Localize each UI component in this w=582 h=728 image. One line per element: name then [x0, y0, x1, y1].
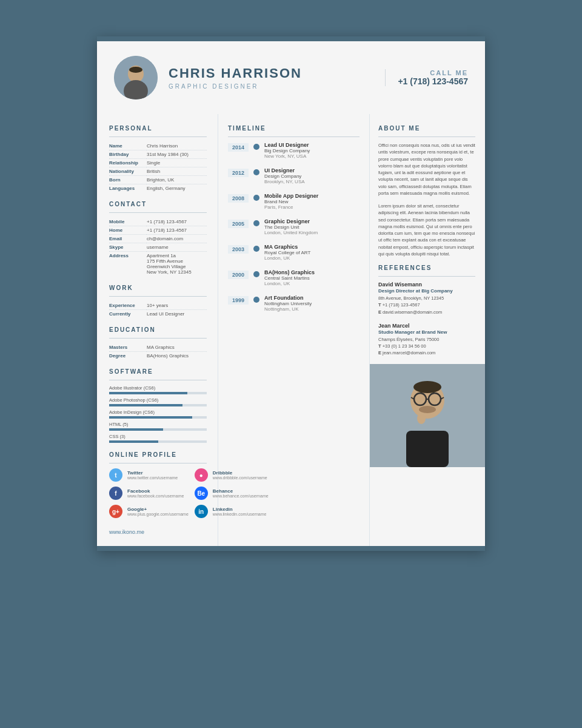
header-contact: CALL ME +1 (718) 123-4567 [385, 69, 468, 86]
software-item: CSS (3) [109, 434, 207, 443]
timeline-item: 2003 MA Graphics Royal College of ART Lo… [228, 244, 360, 261]
timeline-dot [253, 246, 259, 252]
references-list: David Wisemann Design Director at Big Co… [378, 281, 475, 357]
name-block: CHRIS HARRISON GRAPHIC DESIGNER [169, 66, 373, 90]
software-bar-bg [109, 404, 207, 406]
profile-url: www.plus.google.com/username [127, 512, 189, 516]
timeline-location: London, UK [264, 281, 315, 286]
reference-block: David Wisemann Design Director at Big Co… [378, 281, 475, 315]
profile-name: Google+ [127, 507, 189, 512]
software-name: Adobe InDesign (CS6) [109, 410, 207, 415]
reference-block: Jean Marcel Studio Manager at Brand New … [378, 323, 475, 357]
timeline-content: UI Designer Design Company Brooklyn, NY,… [264, 167, 305, 184]
twitter-icon: t [109, 468, 122, 482]
timeline-company: Brand New [264, 199, 318, 204]
timeline-job: Mobile App Designer [264, 193, 318, 199]
timeline-dot [253, 297, 259, 303]
software-bar-fill [109, 428, 163, 431]
profiles-left: t Twitter www.twitter.com/username f Fac… [109, 468, 189, 523]
timeline-location: London, UK [264, 255, 310, 261]
timeline-item: 1999 Art Foundation Nottingham Universit… [228, 295, 360, 312]
behance-icon: Be [195, 487, 208, 500]
timeline-location: London, United Kingdom [264, 230, 318, 235]
timeline-item: 2014 Lead UI Designer Big Design Company… [228, 142, 360, 159]
software-bar-fill [109, 404, 182, 406]
svg-rect-8 [406, 431, 449, 467]
about-section-title: ABOUT ME [378, 125, 475, 132]
software-bars: Adobe Illustrator (CS6) Adobe Photoshop … [109, 385, 207, 443]
software-bar-bg [109, 416, 207, 419]
timeline-year: 2005 [228, 220, 249, 228]
references-section: REFERENCES David Wisemann Design Directo… [378, 265, 475, 357]
timeline-job: Lead UI Designer [264, 142, 310, 148]
software-bar-bg [109, 428, 207, 431]
software-bar-fill [109, 392, 187, 394]
software-name: Adobe Illustrator (CS6) [109, 385, 207, 391]
software-item: HTML (5) [109, 422, 207, 431]
work-section-title: WORK [109, 285, 207, 291]
personal-section-title: PERSONAL [109, 125, 207, 132]
svg-point-16 [417, 413, 426, 424]
contact-table: Mobile+1 (718) 123-4567Home+1 (718) 123-… [109, 218, 207, 276]
timeline-content: MA Graphics Royal College of ART London,… [264, 244, 310, 261]
resume-header: CHRIS HARRISON GRAPHIC DESIGNER CALL ME … [97, 41, 485, 114]
education-section-title: EDUCATION [109, 326, 207, 333]
top-bar [97, 36, 485, 41]
timeline-job: Graphic Designer [264, 218, 318, 224]
education-table: MastersMA GraphicsDegreeBA(Hons) Graphic… [109, 343, 207, 360]
center-column: TIMELINE 2014 Lead UI Designer Big Desig… [218, 114, 370, 546]
timeline-content: Graphic Designer The Design Unit London,… [264, 218, 318, 235]
timeline-company: Central Saint Martins [264, 275, 315, 281]
profile-name: Facebook [127, 488, 184, 494]
profile-grid: t Twitter www.twitter.com/username f Fac… [109, 468, 207, 523]
timeline-item: 2012 UI Designer Design Company Brooklyn… [228, 167, 360, 184]
software-item: Adobe InDesign (CS6) [109, 410, 207, 419]
right-column: ABOUT ME Offici non consequis nosa nus, … [370, 114, 485, 546]
timeline-section-title: TIMELINE [228, 125, 360, 132]
personal-table: NameChris HarrisonBirthday31st May 1984 … [109, 142, 207, 192]
software-bar-fill [109, 440, 158, 443]
profile-text: Google+ www.plus.google.com/username [127, 507, 189, 516]
resume-document: CHRIS HARRISON GRAPHIC DESIGNER CALL ME … [97, 36, 485, 551]
timeline-dot [253, 220, 259, 226]
ref-title: Studio Manager at Brand New [378, 329, 475, 335]
main-content: PERSONAL NameChris HarrisonBirthday31st … [97, 114, 485, 546]
profile-url: www.twitter.com/username [127, 476, 178, 480]
ref-title: Design Director at Big Company [378, 288, 475, 294]
timeline-location: Nottingham, UK [264, 306, 312, 312]
dribbble-icon: ● [195, 468, 208, 482]
timeline-dot [253, 144, 259, 150]
svg-point-14 [413, 381, 441, 393]
software-name: HTML (5) [109, 422, 207, 427]
online-section-title: ONLINE PROFILE [109, 451, 207, 458]
ref-phone: T +1 (718) 123-4567 [378, 302, 475, 308]
ref-name: Jean Marcel [378, 323, 475, 329]
timeline-item: 2000 BA(Hons) Graphics Central Saint Mar… [228, 269, 360, 286]
bottom-bar [97, 546, 485, 551]
ref-name: David Wisemann [378, 281, 475, 288]
website-link[interactable]: www.ikono.me [109, 529, 207, 535]
timeline-year: 2008 [228, 194, 249, 203]
timeline-company: The Design Unit [264, 224, 318, 230]
timeline: 2014 Lead UI Designer Big Design Company… [228, 142, 360, 312]
about-text-2: Lorem ipsum dolor sit amet, consectetur … [378, 203, 475, 257]
timeline-job: UI Designer [264, 167, 305, 174]
job-title: GRAPHIC DESIGNER [169, 83, 373, 90]
timeline-job: MA Graphics [264, 244, 310, 250]
timeline-job: BA(Hons) Graphics [264, 269, 315, 275]
profile-item: g+ Google+ www.plus.google.com/username [109, 505, 189, 518]
timeline-dot [253, 271, 259, 277]
call-me-label: CALL ME [398, 69, 468, 76]
timeline-job: Art Foundation [264, 295, 312, 301]
facebook-icon: f [109, 487, 122, 500]
timeline-company: Design Company [264, 174, 305, 179]
about-text-1: Offici non consequis nosa nus, odis ut i… [378, 142, 475, 197]
linkedin-icon: in [195, 505, 208, 518]
profile-name: Twitter [127, 470, 178, 476]
timeline-year: 1999 [228, 296, 249, 305]
ref-address: 8th Avenue, Brooklyn, NY 12345 [378, 295, 475, 302]
profile-text: Facebook www.facebook.com/username [127, 488, 184, 498]
timeline-year: 2003 [228, 245, 249, 254]
timeline-item: 2005 Graphic Designer The Design Unit Lo… [228, 218, 360, 235]
profile-text: Twitter www.twitter.com/username [127, 470, 178, 480]
